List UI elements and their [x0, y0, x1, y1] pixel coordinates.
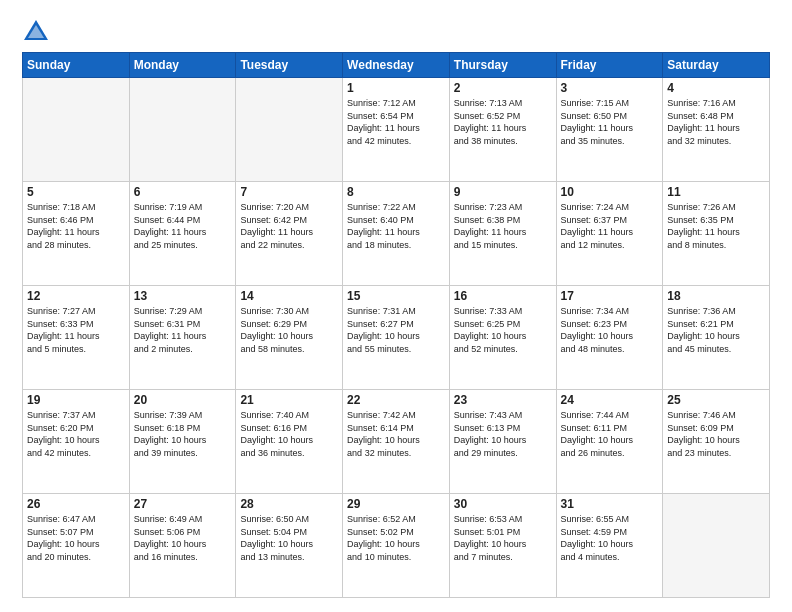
day-number: 27 [134, 497, 232, 511]
day-number: 16 [454, 289, 552, 303]
calendar-cell: 15Sunrise: 7:31 AM Sunset: 6:27 PM Dayli… [343, 286, 450, 390]
day-number: 13 [134, 289, 232, 303]
day-info: Sunrise: 7:16 AM Sunset: 6:48 PM Dayligh… [667, 97, 765, 147]
day-info: Sunrise: 7:40 AM Sunset: 6:16 PM Dayligh… [240, 409, 338, 459]
day-info: Sunrise: 7:43 AM Sunset: 6:13 PM Dayligh… [454, 409, 552, 459]
calendar-cell: 29Sunrise: 6:52 AM Sunset: 5:02 PM Dayli… [343, 494, 450, 598]
day-info: Sunrise: 7:37 AM Sunset: 6:20 PM Dayligh… [27, 409, 125, 459]
day-info: Sunrise: 7:20 AM Sunset: 6:42 PM Dayligh… [240, 201, 338, 251]
day-number: 3 [561, 81, 659, 95]
calendar-cell: 6Sunrise: 7:19 AM Sunset: 6:44 PM Daylig… [129, 182, 236, 286]
day-number: 17 [561, 289, 659, 303]
day-number: 11 [667, 185, 765, 199]
day-number: 12 [27, 289, 125, 303]
day-info: Sunrise: 7:46 AM Sunset: 6:09 PM Dayligh… [667, 409, 765, 459]
day-info: Sunrise: 6:50 AM Sunset: 5:04 PM Dayligh… [240, 513, 338, 563]
calendar-header-tuesday: Tuesday [236, 53, 343, 78]
calendar-cell: 28Sunrise: 6:50 AM Sunset: 5:04 PM Dayli… [236, 494, 343, 598]
calendar-header-monday: Monday [129, 53, 236, 78]
day-info: Sunrise: 7:39 AM Sunset: 6:18 PM Dayligh… [134, 409, 232, 459]
calendar-cell: 8Sunrise: 7:22 AM Sunset: 6:40 PM Daylig… [343, 182, 450, 286]
day-info: Sunrise: 6:55 AM Sunset: 4:59 PM Dayligh… [561, 513, 659, 563]
logo [22, 18, 54, 46]
calendar-cell: 7Sunrise: 7:20 AM Sunset: 6:42 PM Daylig… [236, 182, 343, 286]
day-info: Sunrise: 7:36 AM Sunset: 6:21 PM Dayligh… [667, 305, 765, 355]
calendar-cell: 21Sunrise: 7:40 AM Sunset: 6:16 PM Dayli… [236, 390, 343, 494]
calendar-week-4: 19Sunrise: 7:37 AM Sunset: 6:20 PM Dayli… [23, 390, 770, 494]
calendar-cell: 18Sunrise: 7:36 AM Sunset: 6:21 PM Dayli… [663, 286, 770, 390]
day-info: Sunrise: 7:27 AM Sunset: 6:33 PM Dayligh… [27, 305, 125, 355]
day-info: Sunrise: 7:26 AM Sunset: 6:35 PM Dayligh… [667, 201, 765, 251]
calendar-cell: 26Sunrise: 6:47 AM Sunset: 5:07 PM Dayli… [23, 494, 130, 598]
calendar-cell: 3Sunrise: 7:15 AM Sunset: 6:50 PM Daylig… [556, 78, 663, 182]
day-number: 19 [27, 393, 125, 407]
logo-icon [22, 18, 50, 46]
day-info: Sunrise: 7:30 AM Sunset: 6:29 PM Dayligh… [240, 305, 338, 355]
calendar-cell: 22Sunrise: 7:42 AM Sunset: 6:14 PM Dayli… [343, 390, 450, 494]
header [22, 18, 770, 46]
calendar-cell: 2Sunrise: 7:13 AM Sunset: 6:52 PM Daylig… [449, 78, 556, 182]
day-info: Sunrise: 7:34 AM Sunset: 6:23 PM Dayligh… [561, 305, 659, 355]
calendar-cell: 24Sunrise: 7:44 AM Sunset: 6:11 PM Dayli… [556, 390, 663, 494]
day-number: 24 [561, 393, 659, 407]
day-number: 7 [240, 185, 338, 199]
calendar-cell [23, 78, 130, 182]
calendar-header-friday: Friday [556, 53, 663, 78]
day-info: Sunrise: 7:19 AM Sunset: 6:44 PM Dayligh… [134, 201, 232, 251]
day-info: Sunrise: 7:33 AM Sunset: 6:25 PM Dayligh… [454, 305, 552, 355]
calendar-week-3: 12Sunrise: 7:27 AM Sunset: 6:33 PM Dayli… [23, 286, 770, 390]
calendar-cell: 4Sunrise: 7:16 AM Sunset: 6:48 PM Daylig… [663, 78, 770, 182]
calendar-cell: 10Sunrise: 7:24 AM Sunset: 6:37 PM Dayli… [556, 182, 663, 286]
calendar-header-saturday: Saturday [663, 53, 770, 78]
calendar-cell: 27Sunrise: 6:49 AM Sunset: 5:06 PM Dayli… [129, 494, 236, 598]
day-number: 2 [454, 81, 552, 95]
calendar-cell [236, 78, 343, 182]
calendar-cell: 17Sunrise: 7:34 AM Sunset: 6:23 PM Dayli… [556, 286, 663, 390]
day-number: 23 [454, 393, 552, 407]
day-number: 30 [454, 497, 552, 511]
day-info: Sunrise: 7:24 AM Sunset: 6:37 PM Dayligh… [561, 201, 659, 251]
day-info: Sunrise: 7:23 AM Sunset: 6:38 PM Dayligh… [454, 201, 552, 251]
day-number: 1 [347, 81, 445, 95]
day-number: 14 [240, 289, 338, 303]
day-info: Sunrise: 7:29 AM Sunset: 6:31 PM Dayligh… [134, 305, 232, 355]
day-info: Sunrise: 6:49 AM Sunset: 5:06 PM Dayligh… [134, 513, 232, 563]
calendar-cell: 5Sunrise: 7:18 AM Sunset: 6:46 PM Daylig… [23, 182, 130, 286]
calendar-cell: 1Sunrise: 7:12 AM Sunset: 6:54 PM Daylig… [343, 78, 450, 182]
day-info: Sunrise: 6:47 AM Sunset: 5:07 PM Dayligh… [27, 513, 125, 563]
day-number: 26 [27, 497, 125, 511]
calendar-cell: 19Sunrise: 7:37 AM Sunset: 6:20 PM Dayli… [23, 390, 130, 494]
calendar-week-1: 1Sunrise: 7:12 AM Sunset: 6:54 PM Daylig… [23, 78, 770, 182]
page: SundayMondayTuesdayWednesdayThursdayFrid… [0, 0, 792, 612]
day-number: 28 [240, 497, 338, 511]
day-number: 10 [561, 185, 659, 199]
calendar-cell: 9Sunrise: 7:23 AM Sunset: 6:38 PM Daylig… [449, 182, 556, 286]
calendar-cell: 20Sunrise: 7:39 AM Sunset: 6:18 PM Dayli… [129, 390, 236, 494]
day-info: Sunrise: 7:31 AM Sunset: 6:27 PM Dayligh… [347, 305, 445, 355]
calendar-cell: 23Sunrise: 7:43 AM Sunset: 6:13 PM Dayli… [449, 390, 556, 494]
day-number: 18 [667, 289, 765, 303]
calendar-cell: 30Sunrise: 6:53 AM Sunset: 5:01 PM Dayli… [449, 494, 556, 598]
calendar-week-5: 26Sunrise: 6:47 AM Sunset: 5:07 PM Dayli… [23, 494, 770, 598]
day-number: 22 [347, 393, 445, 407]
calendar-cell: 25Sunrise: 7:46 AM Sunset: 6:09 PM Dayli… [663, 390, 770, 494]
day-number: 6 [134, 185, 232, 199]
calendar-cell: 31Sunrise: 6:55 AM Sunset: 4:59 PM Dayli… [556, 494, 663, 598]
day-number: 20 [134, 393, 232, 407]
day-number: 5 [27, 185, 125, 199]
day-number: 9 [454, 185, 552, 199]
day-number: 29 [347, 497, 445, 511]
calendar-header-wednesday: Wednesday [343, 53, 450, 78]
day-number: 31 [561, 497, 659, 511]
day-info: Sunrise: 6:53 AM Sunset: 5:01 PM Dayligh… [454, 513, 552, 563]
calendar-cell [663, 494, 770, 598]
calendar-header-thursday: Thursday [449, 53, 556, 78]
day-info: Sunrise: 7:12 AM Sunset: 6:54 PM Dayligh… [347, 97, 445, 147]
calendar-cell: 16Sunrise: 7:33 AM Sunset: 6:25 PM Dayli… [449, 286, 556, 390]
day-info: Sunrise: 7:18 AM Sunset: 6:46 PM Dayligh… [27, 201, 125, 251]
calendar-cell: 12Sunrise: 7:27 AM Sunset: 6:33 PM Dayli… [23, 286, 130, 390]
calendar-header-row: SundayMondayTuesdayWednesdayThursdayFrid… [23, 53, 770, 78]
calendar-week-2: 5Sunrise: 7:18 AM Sunset: 6:46 PM Daylig… [23, 182, 770, 286]
day-number: 4 [667, 81, 765, 95]
day-info: Sunrise: 7:22 AM Sunset: 6:40 PM Dayligh… [347, 201, 445, 251]
